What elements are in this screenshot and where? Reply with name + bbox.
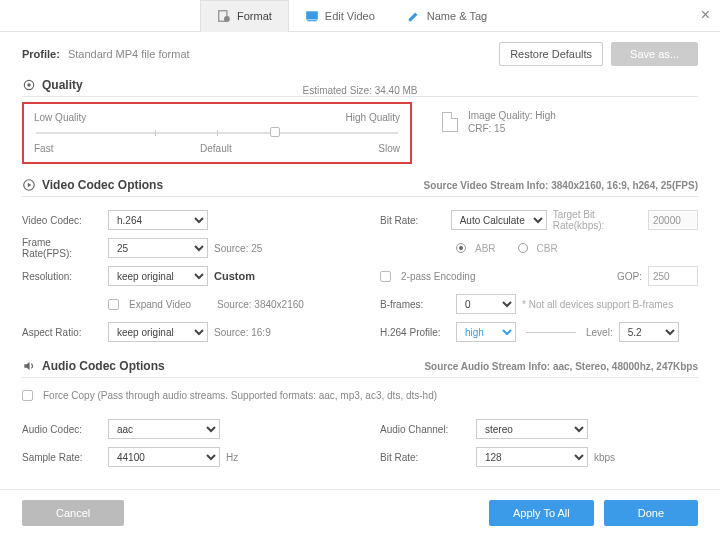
force-copy-label: Force Copy (Pass through audio streams. … [43,390,437,401]
audio-codec-select[interactable]: aac [108,419,220,439]
quality-slider-box: Low Quality High Quality Fast Default Sl… [22,102,412,164]
audio-stream-info: Source Audio Stream Info: aac, Stereo, 4… [424,361,698,372]
tab-edit-video[interactable]: Edit Video [289,0,391,32]
gop-input[interactable] [648,266,698,286]
edit-video-icon [305,9,319,23]
audio-codec-header: Audio Codec Options [42,359,165,373]
done-button[interactable]: Done [604,500,698,526]
expand-video-label: Expand Video [129,299,191,310]
target-bitrate-label: Target Bit Rate(kbps): [553,209,642,231]
audio-channel-label: Audio Channel: [380,424,470,435]
quality-slider[interactable] [36,125,398,139]
audio-bitrate-label: Bit Rate: [380,452,470,463]
force-copy-checkbox[interactable] [22,390,33,401]
tab-edit-label: Edit Video [325,10,375,22]
video-codec-label: Video Codec: [22,215,102,226]
image-quality-value: Image Quality: High [468,110,556,121]
h264profile-label: H.264 Profile: [380,327,450,338]
audio-bitrate-unit: kbps [594,452,615,463]
level-label: Level: [586,327,613,338]
resolution-source: Source: 3840x2160 [217,299,304,310]
tab-name-tag[interactable]: Name & Tag [391,0,503,32]
bframes-select[interactable]: 0 [456,294,516,314]
sample-rate-unit: Hz [226,452,238,463]
fps-select[interactable]: 25 [108,238,208,258]
restore-defaults-button[interactable]: Restore Defaults [499,42,603,66]
footer: Cancel Apply To All Done [0,489,720,536]
abr-label: ABR [475,243,496,254]
fps-label: Frame Rate(FPS): [22,237,102,259]
bframes-label: B-frames: [380,299,450,310]
aspect-source: Source: 16:9 [214,327,271,338]
fps-source: Source: 25 [214,243,262,254]
pencil-icon [407,9,421,23]
abr-radio[interactable] [456,243,466,253]
svg-point-1 [224,16,230,22]
video-icon [22,178,36,192]
twopass-label: 2-pass Encoding [401,271,476,282]
audio-channel-select[interactable]: stereo [476,419,588,439]
fast-label: Fast [34,143,53,154]
twopass-checkbox[interactable] [380,271,391,282]
audio-bitrate-select[interactable]: 128 [476,447,588,467]
svg-point-4 [27,83,31,87]
resolution-select[interactable]: keep original [108,266,208,286]
video-codec-select[interactable]: h.264 [108,210,208,230]
slider-thumb[interactable] [270,127,280,137]
low-quality-label: Low Quality [34,112,86,123]
target-bitrate-input[interactable] [648,210,698,230]
sample-rate-select[interactable]: 44100 [108,447,220,467]
tab-bar: Format Edit Video Name & Tag × [0,0,720,32]
level-select[interactable]: 5.2 [619,322,679,342]
bitrate-label: Bit Rate: [380,215,445,226]
crf-value: CRF: 15 [468,123,556,134]
custom-button[interactable]: Custom [214,270,255,282]
tab-nametag-label: Name & Tag [427,10,487,22]
bframes-note: * Not all devices support B-frames [522,299,673,310]
sample-rate-label: Sample Rate: [22,452,102,463]
high-quality-label: High Quality [346,112,400,123]
audio-codec-label: Audio Codec: [22,424,102,435]
svg-rect-2 [306,11,318,19]
tab-format-label: Format [237,10,272,22]
h264profile-select[interactable]: high [456,322,516,342]
tab-format[interactable]: Format [200,0,289,32]
slow-label: Slow [378,143,400,154]
video-stream-info: Source Video Stream Info: 3840x2160, 16:… [424,180,698,191]
profile-value: Standard MP4 file format [68,48,190,60]
resolution-label: Resolution: [22,271,102,282]
save-as-button[interactable]: Save as... [611,42,698,66]
aspect-label: Aspect Ratio: [22,327,102,338]
apply-to-all-button[interactable]: Apply To All [489,500,594,526]
profile-label: Profile: [22,48,60,60]
default-label: Default [200,143,232,154]
cancel-button[interactable]: Cancel [22,500,124,526]
document-icon [442,112,458,132]
cbr-label: CBR [537,243,558,254]
bitrate-select[interactable]: Auto Calculate [451,210,547,230]
aspect-select[interactable]: keep original [108,322,208,342]
gop-label: GOP: [617,271,642,282]
expand-video-checkbox[interactable] [108,299,119,310]
audio-icon [22,359,36,373]
close-icon[interactable]: × [701,6,710,24]
gear-icon [22,78,36,92]
estimated-size: Estimated Size: 34.40 MB [22,85,698,96]
cbr-radio[interactable] [518,243,528,253]
video-codec-header: Video Codec Options [42,178,163,192]
format-icon [217,9,231,23]
